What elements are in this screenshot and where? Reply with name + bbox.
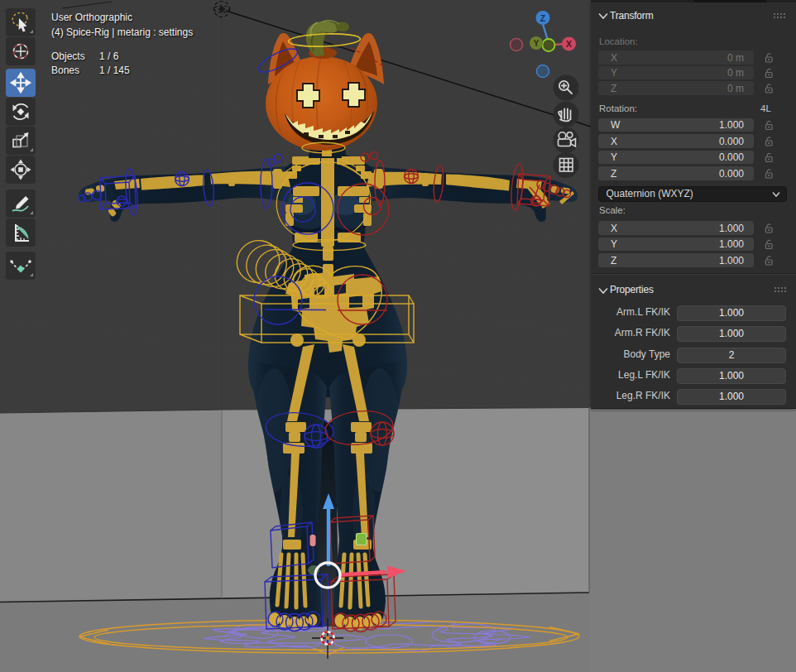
svg-text:X: X bbox=[566, 39, 572, 49]
svg-text:Y: Y bbox=[534, 39, 539, 48]
svg-text:Z: Z bbox=[540, 13, 546, 23]
